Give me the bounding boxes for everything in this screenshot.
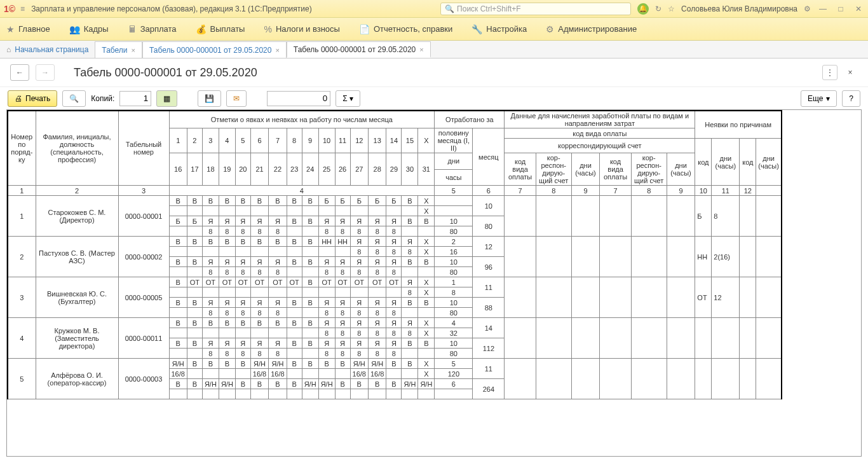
titlebar: 1© ≡ Зарплата и управление персоналом (б… [0,0,868,18]
menu-zarplata[interactable]: 🖩Зарплата [128,24,177,34]
history-icon[interactable]: ↻ [655,4,661,13]
mail-icon: ✉ [233,94,240,103]
close-icon[interactable]: × [419,46,423,53]
select-button[interactable]: ▦ [156,90,177,107]
more-icon[interactable]: ⋮ [822,65,837,80]
menu-nastroyka[interactable]: 🔧Настройка [471,24,527,34]
gear-icon: ⚙ [546,24,554,34]
sum-button[interactable]: Σ ▾ [336,90,360,107]
app-title: Зарплата и управление персоналом (базова… [31,4,440,13]
sum-input[interactable] [267,91,330,106]
email-button[interactable]: ✉ [226,90,247,107]
print-icon: 🖨 [15,94,22,103]
bell-icon[interactable]: 🔔 [637,3,649,15]
menu-icon[interactable]: ≡ [20,4,25,13]
percent-icon: % [264,24,271,34]
page-title: Табель 0000-000001 от 29.05.2020 [74,66,257,79]
close-icon[interactable]: ✕ [853,4,864,13]
save-button[interactable]: 💾 [198,90,221,107]
tab-bar: ⌂Начальная страница Табели× Табель 0000-… [0,41,868,59]
tab-doc2[interactable]: Табель 0000-000001 от 29.05.2020× [287,41,431,58]
user-name[interactable]: Соловьева Юлия Владимировна [681,4,797,13]
print-button[interactable]: 🖨Печать [8,90,57,107]
menu-vyplaty[interactable]: 💰Выплаты [196,24,245,34]
menu-kadry[interactable]: 👥Кадры [69,24,109,34]
menu-nalogi[interactable]: %Налоги и взносы [264,24,340,34]
calc-icon: 🖩 [128,24,137,34]
save-icon: 💾 [205,94,214,103]
back-button[interactable]: ← [10,64,29,81]
menu-admin[interactable]: ⚙Администрирование [546,24,637,34]
main-menu: ★Главное 👥Кадры 🖩Зарплата 💰Выплаты %Нало… [0,18,868,41]
search-icon: 🔍 [445,4,454,13]
star-icon: ★ [6,24,15,34]
minimize-icon[interactable]: — [817,4,829,13]
copies-label: Копий: [91,94,114,103]
toolbar: 🖨Печать 🔍 Копий: ▦ 💾 ✉ Σ ▾ Еще ▾ ? [0,86,868,109]
help-button[interactable]: ? [842,90,860,107]
people-icon: 👥 [69,24,80,34]
logo-1c: 1© [4,4,15,14]
report-icon: 📄 [359,24,370,34]
money-icon: 💰 [196,24,207,34]
home-icon: ⌂ [6,45,11,54]
close-icon[interactable]: × [132,46,135,54]
maximize-icon[interactable]: □ [835,4,846,13]
forward-button[interactable]: → [36,64,55,81]
more-button[interactable]: Еще ▾ [801,90,837,107]
filter-icon[interactable]: ⚙ [804,4,811,13]
copies-input[interactable] [119,91,151,106]
tab-start[interactable]: ⌂Начальная страница [0,41,95,58]
search-input[interactable]: 🔍 Поиск Ctrl+Shift+F [440,3,631,15]
tab-doc1[interactable]: Табель 0000-000001 от 29.05.2020× [142,41,287,58]
page-header: ← → Табель 0000-000001 от 29.05.2020 ⋮ × [0,59,868,86]
menu-main[interactable]: ★Главное [6,24,50,34]
search-icon: 🔍 [69,94,79,103]
close-icon[interactable]: × [275,46,279,54]
wrench-icon: 🔧 [471,24,482,34]
close-page-icon[interactable]: × [843,65,858,80]
preview-button[interactable]: 🔍 [62,90,86,107]
tab-tabeli[interactable]: Табели× [95,41,142,58]
menu-otchet[interactable]: 📄Отчетность, справки [359,24,452,34]
star-icon[interactable]: ☆ [668,4,675,13]
